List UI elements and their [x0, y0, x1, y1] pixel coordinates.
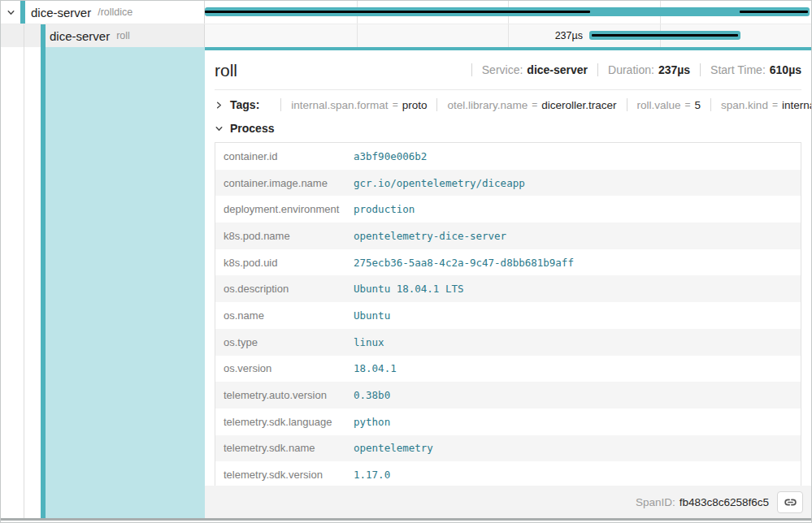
- span-row-roll[interactable]: dice-server roll 237µs: [1, 24, 811, 47]
- timeline-cell-rolldice[interactable]: [205, 1, 811, 24]
- chevron-down-icon[interactable]: [7, 8, 15, 17]
- kv-value: Ubuntu 18.04.1 LTS: [354, 283, 463, 295]
- selected-span-rail: [1, 47, 205, 518]
- spanid-value: fb483c8c6258f6c5: [680, 496, 769, 508]
- span-meta: Service: dice-server Duration: 237µs: [462, 63, 801, 76]
- span-detail-panel: roll Service: dice-server: [205, 47, 811, 518]
- table-row: os.version 18.04.1: [215, 356, 801, 383]
- kv-key: k8s.pod.name: [215, 230, 354, 242]
- table-row: telemetry.auto.version 0.38b0: [215, 382, 801, 408]
- kv-key: container.image.name: [215, 177, 354, 189]
- span-duration-label: 237µs: [205, 30, 583, 41]
- meta-value: 610µs: [770, 63, 801, 76]
- table-row: k8s.pod.name opentelemetry-dice-server: [215, 223, 801, 249]
- kv-key: os.description: [215, 283, 354, 295]
- copy-span-link-button[interactable]: [777, 491, 803, 513]
- table-row: deployment.environment production: [215, 196, 801, 223]
- trace-detail-page: dice-server /rolldice dice-server roll 2…: [0, 0, 812, 523]
- tag-key: roll.value: [637, 99, 681, 111]
- meta-value: 237µs: [658, 63, 690, 76]
- tag-item: otel.library.name = diceroller.tracer: [427, 98, 616, 111]
- span-name-cell-rolldice[interactable]: dice-server /rolldice: [1, 1, 205, 24]
- meta-separator: [700, 63, 701, 76]
- timeline-cell-roll[interactable]: 237µs: [205, 24, 811, 47]
- table-row: k8s.pod.uid 275ecb36-5aa8-4c2a-9c47-d8bb…: [215, 249, 801, 276]
- tags-section-label[interactable]: Tags:: [230, 98, 259, 111]
- operation-name: roll: [116, 30, 130, 41]
- operation-name: /rolldice: [98, 6, 132, 18]
- service-name: dice-server: [50, 29, 110, 43]
- span-color-bar: [20, 1, 25, 24]
- tags-summary-list: internal.span.format = proto otel.librar…: [271, 98, 811, 111]
- meta-label: Start Time:: [710, 63, 766, 76]
- span-name-cell-roll[interactable]: dice-server roll: [1, 24, 205, 47]
- tags-section-header[interactable]: Tags: internal.span.format = proto otel.…: [215, 90, 801, 116]
- span-detail-header: roll Service: dice-server: [215, 50, 801, 80]
- kv-key: telemetry.sdk.language: [215, 416, 354, 428]
- tag-key: span.kind: [721, 99, 768, 111]
- tag-equals: =: [393, 99, 398, 110]
- span-meta-item: Start Time: 610µs: [690, 63, 801, 76]
- kv-key: os.version: [215, 362, 354, 374]
- tag-item: internal.span.format = proto: [271, 98, 427, 111]
- kv-key: telemetry.sdk.version: [215, 469, 354, 481]
- kv-value: opentelemetry: [354, 442, 433, 454]
- kv-key: telemetry.sdk.name: [215, 442, 354, 454]
- table-row: os.type linux: [215, 329, 801, 356]
- kv-value: opentelemetry-dice-server: [354, 230, 506, 242]
- process-section-label[interactable]: Process: [230, 122, 274, 135]
- span-self-time-stripe: [205, 11, 590, 13]
- tag-key: internal.span.format: [291, 99, 388, 111]
- chevron-down-icon[interactable]: [215, 124, 224, 133]
- tag-value: 5: [695, 99, 701, 111]
- meta-label: Duration:: [608, 63, 654, 76]
- meta-separator: [597, 63, 598, 76]
- tag-equals: =: [772, 99, 778, 110]
- span-row-rolldice[interactable]: dice-server /rolldice: [1, 1, 811, 24]
- kv-key: os.type: [215, 336, 354, 348]
- tag-equals: =: [532, 99, 537, 110]
- kv-value: Ubuntu: [354, 309, 390, 322]
- kv-value: 275ecb36-5aa8-4c2a-9c47-d8bb681b9aff: [354, 257, 574, 269]
- kv-value: 0.38b0: [354, 389, 390, 401]
- span-self-time-stripe: [740, 11, 808, 13]
- tag-key: otel.library.name: [447, 99, 528, 111]
- table-row: container.image.name gcr.io/opentelemetr…: [215, 170, 801, 197]
- table-row: os.description Ubuntu 18.04.1 LTS: [215, 275, 801, 302]
- span-color-bar: [41, 24, 46, 47]
- span-meta-item: Duration: 237µs: [588, 63, 690, 76]
- tag-value: diceroller.tracer: [541, 99, 616, 111]
- table-row: telemetry.sdk.name opentelemetry: [215, 435, 801, 462]
- table-row: telemetry.sdk.version 1.17.0: [215, 461, 801, 486]
- kv-value: a3bf90e006b2: [354, 150, 427, 162]
- span-operation-title: roll: [215, 61, 237, 80]
- process-kv-table: container.id a3bf90e006b2 container.imag…: [215, 142, 801, 486]
- tree-indent-guide: [24, 24, 24, 47]
- link-icon: [784, 495, 797, 509]
- kv-value: 18.04.1: [354, 362, 397, 374]
- tag-item: roll.value = 5: [617, 98, 701, 111]
- service-name: dice-server: [31, 6, 91, 19]
- kv-value: python: [354, 416, 390, 428]
- spanid-label: SpanID:: [636, 496, 675, 508]
- meta-value: dice-server: [527, 63, 588, 76]
- tag-item: span.kind = internal: [701, 98, 811, 111]
- kv-value: gcr.io/opentelemetry/diceapp: [354, 177, 525, 189]
- table-row: os.name Ubuntu: [215, 302, 801, 329]
- table-row: telemetry.sdk.language python: [215, 408, 801, 435]
- window-bottom-pad: [1, 521, 811, 522]
- tag-value: proto: [402, 99, 428, 111]
- tag-equals: =: [685, 99, 691, 110]
- selected-span-highlight: [46, 47, 205, 518]
- span-detail-card: roll Service: dice-server: [205, 47, 811, 486]
- process-section-header[interactable]: Process: [215, 116, 801, 141]
- span-meta-item: Service: dice-server: [462, 63, 588, 76]
- kv-key: k8s.pod.uid: [215, 257, 354, 269]
- chevron-right-icon[interactable]: [215, 101, 224, 110]
- span-detail-footer: SpanID: fb483c8c6258f6c5: [205, 486, 811, 518]
- kv-key: container.id: [215, 150, 354, 162]
- kv-key: telemetry.auto.version: [215, 389, 354, 401]
- table-row: container.id a3bf90e006b2: [215, 143, 801, 170]
- tree-indent-guide: [24, 47, 24, 518]
- meta-separator: [471, 63, 472, 76]
